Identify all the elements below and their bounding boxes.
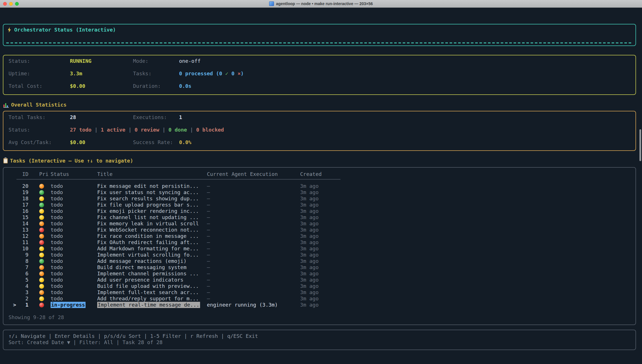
task-status: todo <box>51 252 63 258</box>
priority-cell <box>39 302 44 308</box>
task-title: Implement virtual scrolling fo... <box>97 252 199 258</box>
task-row-14[interactable]: 14todoFix memory leak in virtual scroll–… <box>3 221 635 227</box>
task-agent-execution: – <box>207 246 210 252</box>
task-title: Fix channel list not updating ... <box>97 214 199 221</box>
keybindings-line: ↑/↓ Navigate | Enter Details | p/s/d/u S… <box>9 333 258 339</box>
stats-row-3: Avg Cost/Task: $0.00 Success Rate: 0.0% <box>3 139 635 145</box>
task-id: 9 <box>18 252 28 258</box>
task-status: todo <box>51 233 63 239</box>
task-row-7[interactable]: 7todoBuild direct messaging system–3m ag… <box>3 264 635 271</box>
separator: | <box>187 127 196 133</box>
task-row-20[interactable]: 20todoFix message edit not persistin...–… <box>3 183 635 189</box>
task-id: 19 <box>18 189 28 195</box>
lightning-icon <box>7 27 11 33</box>
task-row-11[interactable]: 11todoFix OAuth redirect failing aft...–… <box>3 239 635 246</box>
orange-priority-circle-icon <box>39 234 44 239</box>
priority-cell <box>39 208 44 214</box>
total-cost-value: $0.00 <box>70 83 85 89</box>
task-row-5[interactable]: 5todoAdd user presence indicators–3m ago <box>3 277 635 283</box>
priority-cell <box>39 258 44 264</box>
task-id: 4 <box>18 283 28 289</box>
task-status-breakdown: 27 todo | 1 active | 0 review | 0 done |… <box>70 127 224 133</box>
task-agent-execution: – <box>207 183 210 189</box>
task-id: 12 <box>18 233 28 239</box>
column-header-current-agent-execution: Current Agent Execution <box>207 171 278 177</box>
green-priority-circle-icon <box>39 203 44 207</box>
yellow-priority-circle-icon <box>39 253 44 257</box>
close-button[interactable] <box>3 2 7 6</box>
column-header-created: Created <box>300 171 322 177</box>
tasks-heading-text: Tasks (Interactive – Use ↑↓ to navigate) <box>10 158 133 164</box>
separator: | <box>92 127 101 133</box>
task-agent-execution: – <box>207 264 210 271</box>
yellow-priority-circle-icon <box>39 209 44 214</box>
task-row-8[interactable]: 8todoAdd message reactions (emoji)–3m ag… <box>3 258 635 264</box>
minimize-button[interactable] <box>9 2 13 6</box>
task-status: todo <box>51 227 63 233</box>
task-agent-execution: – <box>207 252 210 258</box>
success-rate-label: Success Rate: <box>133 139 173 145</box>
todo-count: 27 todo <box>70 127 92 133</box>
task-created: 3m ago <box>300 264 319 271</box>
table-header-separator <box>16 179 340 180</box>
task-status: in-progress <box>51 302 86 308</box>
task-title: Add user presence indicators <box>97 277 183 283</box>
task-title: Build file upload with preview... <box>97 283 199 289</box>
task-agent-execution: – <box>207 189 210 195</box>
task-row-10[interactable]: 10todoAdd Markdown formatting for me...–… <box>3 246 635 252</box>
uptime-value: 3.3m <box>70 70 82 77</box>
task-row-2[interactable]: 2todoAdd thread/reply support for m...–3… <box>3 296 635 302</box>
task-created: 3m ago <box>300 296 319 302</box>
task-agent-execution: – <box>207 202 210 208</box>
bar-chart-icon <box>3 102 9 108</box>
uptime-label: Uptime: <box>9 70 30 77</box>
task-row-6[interactable]: 6todoImplement channel permissions ...–3… <box>3 271 635 277</box>
scrollbar-thumb[interactable] <box>639 129 641 161</box>
task-row-16[interactable]: 16todoFix emoji picker rendering inc...–… <box>3 208 635 214</box>
task-row-13[interactable]: 13todoFix WebSocket reconnection not...–… <box>3 227 635 233</box>
status-row-2: Uptime: 3.3m Tasks: 0 processed (0 ✓ 0 ×… <box>3 70 635 77</box>
total-tasks-label: Total Tasks: <box>9 114 45 120</box>
task-row-19[interactable]: 19todoFix user status not syncing ac...–… <box>3 189 635 195</box>
task-created: 3m ago <box>300 246 319 252</box>
task-id: 14 <box>18 221 28 227</box>
avg-cost-value: $0.00 <box>70 139 85 145</box>
task-status: todo <box>51 258 63 264</box>
task-id: 17 <box>18 202 28 208</box>
task-row-4[interactable]: 4todoBuild file upload with preview...–3… <box>3 283 635 289</box>
task-title: Fix emoji picker rendering inc... <box>97 208 199 214</box>
yellow-priority-circle-icon <box>39 278 44 282</box>
zoom-button[interactable] <box>15 2 19 6</box>
task-agent-execution: – <box>207 227 210 233</box>
sort-filter-status-line: Sort: Created Date ▼ | Filter: All | Tas… <box>9 339 163 346</box>
task-title: Add Markdown formatting for me... <box>97 246 199 252</box>
tasks-heading: Tasks (Interactive – Use ↑↓ to navigate) <box>3 158 133 164</box>
task-status: todo <box>51 283 63 289</box>
priority-cell <box>39 233 44 239</box>
task-status: todo <box>51 195 63 202</box>
task-title: Fix file upload progress bar s... <box>97 202 199 208</box>
priority-cell <box>39 289 44 296</box>
duration-label: Duration: <box>133 83 161 89</box>
task-title: Add thread/reply support for m... <box>97 296 199 302</box>
task-agent-execution: – <box>207 271 210 277</box>
help-panel: ↑/↓ Navigate | Enter Details | p/s/d/u S… <box>3 330 636 350</box>
priority-cell <box>39 202 44 208</box>
task-row-15[interactable]: 15todoFix channel list not updating ...–… <box>3 214 635 221</box>
task-created: 3m ago <box>300 252 319 258</box>
task-row-3[interactable]: 3todoImplement full-text search acr...–3… <box>3 289 635 296</box>
task-agent-execution: – <box>207 296 210 302</box>
task-row-18[interactable]: 18todoFix search results showing dup...–… <box>3 195 635 202</box>
status-label: Status: <box>9 58 30 64</box>
task-row-17[interactable]: 17todoFix file upload progress bar s...–… <box>3 202 635 208</box>
task-row-12[interactable]: 12todoFix race condition in message ...–… <box>3 233 635 239</box>
task-row-1[interactable]: >1in-progressImplement real-time message… <box>3 302 635 308</box>
task-agent-execution: – <box>207 283 210 289</box>
yellow-priority-circle-icon <box>39 196 44 201</box>
task-status: todo <box>51 208 63 214</box>
task-row-9[interactable]: 9todoImplement virtual scrolling fo...–3… <box>3 252 635 258</box>
task-created: 3m ago <box>300 302 319 308</box>
task-title: Fix message edit not persistin... <box>97 183 199 189</box>
task-created: 3m ago <box>300 195 319 202</box>
task-created: 3m ago <box>300 183 319 189</box>
